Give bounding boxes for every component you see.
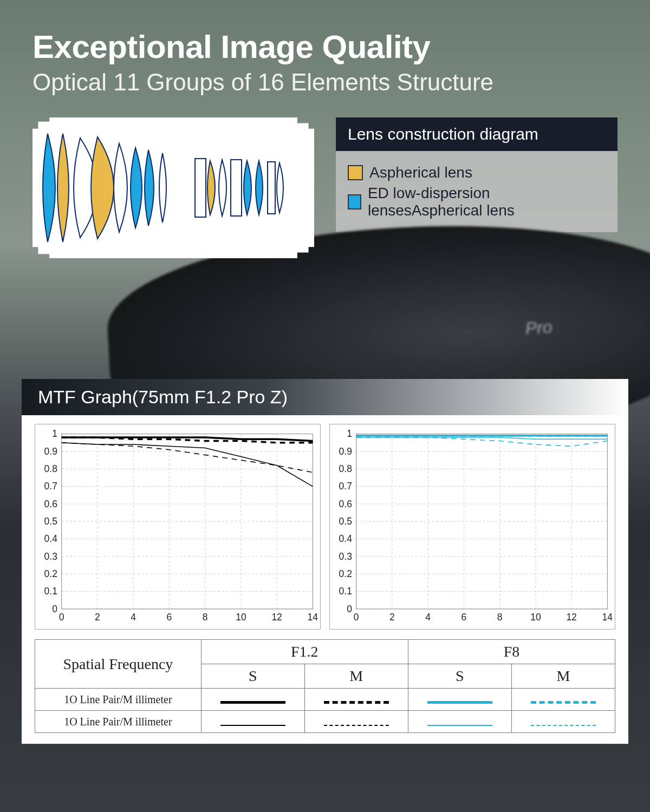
svg-text:0.3: 0.3 — [339, 551, 352, 562]
svg-rect-1 — [231, 160, 242, 216]
svg-text:0: 0 — [354, 612, 359, 623]
svg-text:0.2: 0.2 — [339, 568, 352, 579]
svg-text:0.7: 0.7 — [339, 481, 352, 492]
sub-s: S — [408, 664, 511, 689]
svg-text:0.7: 0.7 — [44, 481, 57, 492]
aspherical-swatch-icon — [348, 165, 363, 180]
svg-rect-0 — [195, 159, 206, 217]
svg-text:14: 14 — [308, 612, 318, 623]
svg-text:0.9: 0.9 — [44, 446, 57, 457]
svg-rect-80 — [356, 434, 608, 609]
charts-row: 00.10.20.30.40.50.60.70.80.9102468101214… — [22, 415, 628, 635]
svg-text:10: 10 — [530, 612, 541, 623]
svg-text:0.4: 0.4 — [44, 533, 58, 544]
sample-line — [511, 711, 615, 733]
svg-rect-2 — [268, 162, 275, 214]
header: Exceptional Image Quality Optical 11 Gro… — [0, 0, 650, 96]
svg-text:0.5: 0.5 — [44, 516, 57, 527]
svg-text:0.9: 0.9 — [339, 446, 352, 457]
svg-text:0.4: 0.4 — [339, 533, 353, 544]
svg-text:0.8: 0.8 — [44, 463, 57, 474]
legend-box: Lens construction diagram Aspherical len… — [336, 117, 618, 232]
svg-text:8: 8 — [203, 612, 208, 623]
sample-line — [408, 689, 511, 711]
sub-m: M — [304, 664, 408, 689]
svg-text:0.1: 0.1 — [339, 586, 352, 597]
sample-line — [408, 711, 511, 733]
mtf-title: MTF Graph(75mm F1.2 Pro Z) — [22, 379, 628, 415]
legend-item: Aspherical lens — [348, 164, 606, 181]
sub-m: M — [511, 664, 615, 689]
ed-swatch-icon — [348, 194, 361, 209]
svg-text:4: 4 — [131, 612, 136, 623]
svg-text:1: 1 — [347, 428, 352, 439]
mtf-chart-f8: 00.10.20.30.40.50.60.70.80.9102468101214 — [329, 424, 615, 630]
svg-rect-41 — [62, 434, 313, 609]
page-title: Exceptional Image Quality — [32, 28, 618, 66]
svg-text:0.5: 0.5 — [339, 516, 352, 527]
spatial-frequency-header: Spatial Frequency — [35, 640, 202, 689]
svg-text:0: 0 — [52, 604, 57, 614]
svg-text:4: 4 — [425, 612, 431, 623]
svg-text:12: 12 — [271, 612, 282, 623]
svg-text:0.1: 0.1 — [44, 586, 57, 597]
sample-line — [304, 689, 408, 711]
svg-text:0: 0 — [347, 604, 352, 614]
svg-text:0.6: 0.6 — [339, 499, 352, 509]
svg-text:6: 6 — [167, 612, 172, 623]
legend-title: Lens construction diagram — [336, 117, 618, 151]
svg-text:6: 6 — [461, 612, 467, 623]
svg-text:0.6: 0.6 — [44, 499, 57, 509]
svg-text:14: 14 — [602, 612, 613, 623]
row-label: 1O Line Pair/M illimeter — [35, 689, 202, 711]
svg-text:0: 0 — [59, 612, 64, 623]
sample-line — [304, 711, 408, 733]
page-subtitle: Optical 11 Groups of 16 Elements Structu… — [32, 69, 618, 96]
svg-text:8: 8 — [497, 612, 503, 623]
sub-s: S — [201, 664, 304, 689]
legend-label: Aspherical lens — [369, 164, 472, 181]
lens-cross-section-diagram — [32, 117, 314, 258]
svg-text:2: 2 — [389, 612, 395, 623]
svg-text:0.3: 0.3 — [44, 551, 57, 562]
svg-text:0.8: 0.8 — [339, 463, 352, 474]
svg-text:1: 1 — [52, 428, 57, 439]
legend-item: ED low-dispersion lensesAspherical lens — [348, 185, 606, 219]
f8-header: F8 — [408, 640, 615, 664]
sample-line — [201, 689, 304, 711]
svg-text:0.2: 0.2 — [44, 568, 57, 579]
svg-text:2: 2 — [95, 612, 100, 623]
row-label: 1O Line Pair/M illimeter — [35, 711, 202, 733]
mtf-card: MTF Graph(75mm F1.2 Pro Z) 00.10.20.30.4… — [22, 379, 628, 744]
mtf-chart-f12: 00.10.20.30.40.50.60.70.80.9102468101214 — [35, 424, 321, 630]
frequency-legend-table: Spatial Frequency F1.2 F8 S M S M 1O Lin… — [35, 639, 615, 733]
sample-line — [511, 689, 615, 711]
legend-body: Aspherical lens ED low-dispersion lenses… — [336, 151, 618, 232]
f12-header: F1.2 — [201, 640, 408, 664]
sample-line — [201, 711, 304, 733]
svg-text:10: 10 — [236, 612, 246, 623]
svg-text:12: 12 — [566, 612, 576, 623]
legend-label: ED low-dispersion lensesAspherical lens — [368, 185, 606, 219]
